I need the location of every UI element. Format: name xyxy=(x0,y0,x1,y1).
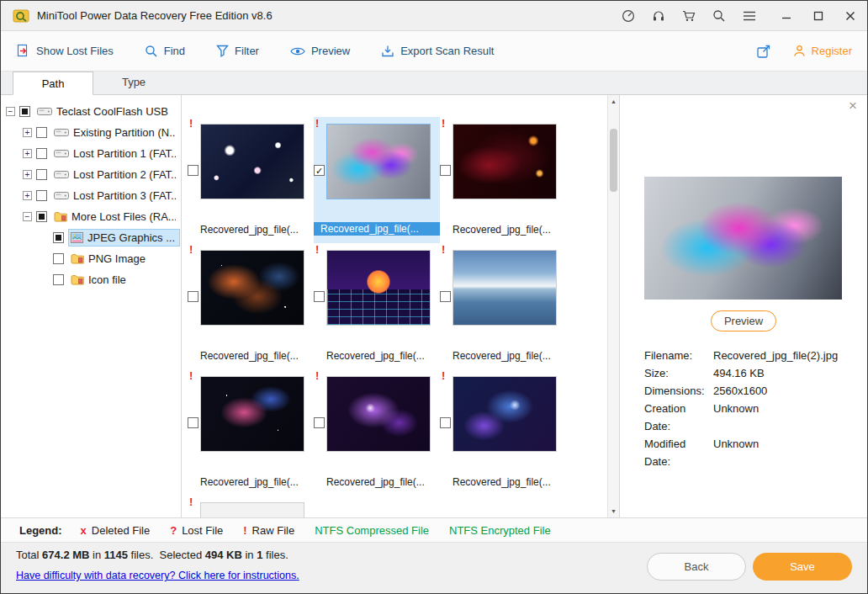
tree-item-teclast-coolflash-usb[interactable]: −Teclast CoolFlash USB xyxy=(1,101,181,122)
tab-bar: Path Type xyxy=(1,72,867,95)
maximize-icon[interactable] xyxy=(811,8,825,23)
filter-button[interactable]: Filter xyxy=(216,45,259,57)
minimize-icon[interactable] xyxy=(779,8,793,23)
tree-item-lost-partition-2-fat[interactable]: +Lost Partition 2 (FAT... xyxy=(1,164,181,185)
file-cell[interactable]: !Recovered_jpg_file(... xyxy=(440,117,566,243)
tree-item-body[interactable]: Lost Partition 3 (FAT... xyxy=(51,187,181,204)
scroll-up-icon[interactable]: ▲ xyxy=(608,95,619,108)
support-headset-icon[interactable] xyxy=(651,8,665,23)
back-button[interactable]: Back xyxy=(647,553,746,581)
file-checkbox[interactable] xyxy=(440,291,451,302)
tree-checkbox[interactable] xyxy=(19,106,30,117)
show-lost-files-button[interactable]: Show Lost Files xyxy=(16,44,114,58)
tree-item-label: PNG Image xyxy=(88,252,146,265)
tree-item-body[interactable]: Lost Partition 2 (FAT... xyxy=(51,166,181,183)
tree-item-jpeg-graphics[interactable]: JPEG Graphics ... xyxy=(1,227,181,248)
register-button[interactable]: Register xyxy=(793,45,852,57)
file-cell[interactable]: !Recovered_jpg_file(... xyxy=(188,369,314,496)
tree-item-body[interactable]: Teclast CoolFlash USB xyxy=(34,103,173,120)
tree-item-png-image[interactable]: PNG Image xyxy=(1,248,181,269)
tree-item-lost-partition-1-fat[interactable]: +Lost Partition 1 (FAT... xyxy=(1,143,181,164)
save-button[interactable]: Save xyxy=(753,553,852,581)
tree-item-icon-file[interactable]: Icon file xyxy=(1,269,181,290)
tree-item-body[interactable]: More Lost Files (RA... xyxy=(51,208,181,225)
file-cell[interactable]: !✓Recovered_jpg_file(... xyxy=(314,117,440,243)
file-cell[interactable]: !Recovered_jpg_file(... xyxy=(188,117,314,243)
tree-item-body[interactable]: JPEG Graphics ... xyxy=(68,229,180,247)
file-checkbox[interactable] xyxy=(314,291,325,302)
file-checkbox[interactable] xyxy=(440,165,451,176)
tree-item-label: Lost Partition 1 (FAT... xyxy=(73,147,176,160)
tree-item-label: Teclast CoolFlash USB xyxy=(56,105,168,118)
tree-plus-expander-icon[interactable]: + xyxy=(23,191,32,200)
file-thumbnail[interactable] xyxy=(453,124,557,199)
file-cell[interactable]: !Recovered_jpg_file(... xyxy=(440,243,566,369)
file-thumbnail[interactable] xyxy=(326,124,431,199)
file-cell[interactable]: ! xyxy=(188,496,314,517)
gauge-icon[interactable] xyxy=(621,8,635,23)
preview-button[interactable]: Preview xyxy=(711,310,776,331)
file-thumbnail[interactable] xyxy=(453,376,557,452)
zoom-icon[interactable] xyxy=(712,8,726,23)
file-checkbox[interactable] xyxy=(188,291,198,302)
tree-checkbox[interactable] xyxy=(36,190,47,201)
file-info-label: Modified Date: xyxy=(644,435,713,470)
tree-checkbox[interactable] xyxy=(36,127,47,138)
tree-minus-expander-icon[interactable]: − xyxy=(23,212,32,221)
file-thumbnail[interactable] xyxy=(200,124,304,199)
find-button[interactable]: Find xyxy=(145,45,185,58)
file-checkbox[interactable] xyxy=(440,417,451,428)
file-grid: !Recovered_jpg_file(...!✓Recovered_jpg_f… xyxy=(188,117,566,517)
file-cell[interactable]: !Recovered_jpg_file(... xyxy=(188,243,314,369)
tab-path[interactable]: Path xyxy=(13,72,93,95)
export-scan-result-button[interactable]: Export Scan Result xyxy=(381,45,494,57)
help-link[interactable]: Have difficulty with data recovery? Clic… xyxy=(16,570,299,581)
file-thumbnail[interactable] xyxy=(200,376,304,452)
tree-item-lost-partition-3-fat[interactable]: +Lost Partition 3 (FAT... xyxy=(1,185,181,206)
legend-item-ntfs-encrypted-file: NTFS Encrypted File xyxy=(449,524,551,537)
share-icon[interactable] xyxy=(756,44,771,59)
tree-checkbox[interactable] xyxy=(53,232,64,243)
file-checkbox[interactable] xyxy=(188,417,198,428)
tree-plus-expander-icon[interactable]: + xyxy=(23,170,32,179)
file-name-label: Recovered_jpg_file(... xyxy=(200,350,312,362)
file-cell[interactable]: !Recovered_jpg_file(... xyxy=(314,369,440,496)
tree-item-body[interactable]: Existing Partition (N... xyxy=(51,124,181,141)
file-name-label: Recovered_jpg_file(... xyxy=(326,476,438,488)
file-thumbnail[interactable] xyxy=(200,250,304,326)
tree-checkbox[interactable] xyxy=(36,169,47,180)
preview-close-icon[interactable]: × xyxy=(849,98,857,113)
close-icon[interactable] xyxy=(843,8,857,23)
tree-minus-expander-icon[interactable]: − xyxy=(6,107,15,116)
file-thumbnail[interactable] xyxy=(326,250,431,326)
file-thumbnail[interactable] xyxy=(453,250,557,326)
scrollbar[interactable]: ▲ ▼ xyxy=(607,95,619,517)
scrollbar-thumb[interactable] xyxy=(610,129,617,192)
tree-checkbox[interactable] xyxy=(36,211,47,222)
tree-item-existing-partition-n[interactable]: +Existing Partition (N... xyxy=(1,122,181,143)
file-checkbox[interactable] xyxy=(188,165,198,176)
tree-item-body[interactable]: Lost Partition 1 (FAT... xyxy=(51,145,181,162)
tree-item-more-lost-files-ra[interactable]: −More Lost Files (RA... xyxy=(1,206,181,227)
tree-checkbox[interactable] xyxy=(53,253,64,264)
menu-icon[interactable] xyxy=(742,8,756,23)
tree-plus-expander-icon[interactable]: + xyxy=(23,149,32,158)
tree-item-body[interactable]: Icon file xyxy=(68,271,131,289)
cart-icon[interactable] xyxy=(681,8,696,23)
tree-checkbox[interactable] xyxy=(53,274,64,285)
preview-button-toolbar[interactable]: Preview xyxy=(290,45,350,57)
folder-lost-icon xyxy=(54,211,67,222)
scroll-down-icon[interactable]: ▼ xyxy=(608,505,619,517)
legend-symbol: x xyxy=(81,524,87,537)
file-checkbox[interactable] xyxy=(314,417,325,428)
tree-checkbox[interactable] xyxy=(36,148,47,159)
file-thumbnail[interactable] xyxy=(326,376,431,452)
tree-plus-expander-icon[interactable]: + xyxy=(23,128,32,137)
file-cell[interactable]: !Recovered_jpg_file(... xyxy=(314,243,440,369)
tree-item-body[interactable]: PNG Image xyxy=(68,250,151,268)
file-cell[interactable]: !Recovered_jpg_file(... xyxy=(440,369,566,496)
tab-type[interactable]: Type xyxy=(93,71,174,94)
file-thumbnail[interactable] xyxy=(200,502,304,517)
file-checkbox[interactable]: ✓ xyxy=(314,165,325,176)
file-info-label: Filename: xyxy=(644,347,713,364)
